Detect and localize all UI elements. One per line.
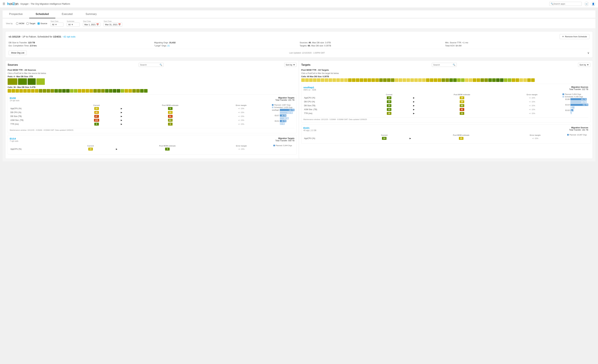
cell-block[interactable]: [27, 89, 31, 93]
cell-block[interactable]: [136, 89, 140, 93]
targets-cells-row[interactable]: [301, 78, 590, 82]
cell-block[interactable]: [484, 78, 488, 82]
cell-block[interactable]: [313, 78, 316, 82]
cell-block[interactable]: [82, 89, 85, 93]
cell-block[interactable]: [434, 78, 437, 82]
cell-block[interactable]: [371, 78, 375, 82]
cell-block[interactable]: [43, 89, 46, 93]
cell-block[interactable]: [403, 78, 406, 82]
cell-block[interactable]: [407, 78, 410, 82]
cell-block[interactable]: [97, 89, 101, 93]
cell-block[interactable]: [488, 78, 492, 82]
pod-block[interactable]: [18, 78, 27, 85]
cell-block[interactable]: [101, 89, 105, 93]
cell-block[interactable]: [90, 89, 93, 93]
pod-block[interactable]: [8, 78, 17, 85]
cell-block[interactable]: [140, 89, 144, 93]
cell-block[interactable]: [414, 78, 418, 82]
tab-scheduled[interactable]: Scheduled: [29, 10, 55, 18]
cell-block[interactable]: [309, 78, 313, 82]
cell-block[interactable]: [519, 78, 523, 82]
cell-block[interactable]: [523, 78, 527, 82]
opt-outs-link[interactable]: - 42 opt outs: [61, 35, 75, 38]
cell-block[interactable]: [344, 78, 348, 82]
cell-block[interactable]: [445, 78, 449, 82]
cell-block[interactable]: [105, 89, 108, 93]
cell-block[interactable]: [23, 89, 27, 93]
cell-block[interactable]: [383, 78, 387, 82]
cell-block[interactable]: [531, 78, 535, 82]
cell-block[interactable]: [47, 89, 50, 93]
cell-block[interactable]: [375, 78, 379, 82]
cell-block[interactable]: [144, 89, 148, 93]
cell-block[interactable]: [35, 89, 39, 93]
cell-block[interactable]: [461, 78, 465, 82]
cell-block[interactable]: [31, 89, 34, 93]
cell-block[interactable]: [305, 78, 309, 82]
cell-block[interactable]: [367, 78, 371, 82]
cell-block[interactable]: [496, 78, 500, 82]
radio-source[interactable]: Source: [37, 22, 47, 25]
start-date-input-2[interactable]: Mar 1, 2021 📅: [83, 23, 100, 27]
cell-block[interactable]: [301, 78, 305, 82]
cell-block[interactable]: [85, 89, 89, 93]
cell-block[interactable]: [500, 78, 504, 82]
pod-block[interactable]: [36, 78, 45, 85]
cell-block[interactable]: [504, 78, 507, 82]
search-input[interactable]: [553, 3, 580, 5]
cell-block[interactable]: [128, 89, 132, 93]
cell-block[interactable]: [58, 89, 62, 93]
cell-block[interactable]: [512, 78, 515, 82]
cell-block[interactable]: [336, 78, 340, 82]
cell-block[interactable]: [379, 78, 383, 82]
cell-block[interactable]: [19, 89, 23, 93]
user-icon[interactable]: 👤: [591, 2, 595, 6]
remove-from-schedule-button[interactable]: ✕ Remove from Schedule: [560, 34, 590, 39]
cell-block[interactable]: [321, 78, 324, 82]
cell-block[interactable]: [426, 78, 430, 82]
cell-block[interactable]: [399, 78, 402, 82]
cell-block[interactable]: [469, 78, 472, 82]
target-name-southap1[interactable]: southap1: [303, 86, 314, 89]
sources-search-box[interactable]: 🔍: [139, 63, 164, 67]
cell-block[interactable]: [465, 78, 468, 82]
tab-prospective[interactable]: Prospective: [3, 10, 29, 18]
cell-block[interactable]: [449, 78, 453, 82]
chevron-down-icon[interactable]: ∨: [587, 51, 590, 55]
radio-mom[interactable]: MOM: [16, 22, 24, 25]
cell-block[interactable]: [410, 78, 414, 82]
sources-search-input[interactable]: [140, 64, 159, 66]
cell-block[interactable]: [508, 78, 511, 82]
hamburger-icon[interactable]: ☰: [3, 2, 5, 6]
cell-block[interactable]: [11, 89, 15, 93]
targets-sort-select[interactable]: Sort by ▼: [578, 63, 590, 67]
pod-block[interactable]: [28, 78, 36, 85]
cell-block[interactable]: [477, 78, 480, 82]
cell-block[interactable]: [515, 78, 519, 82]
source-name-eu14[interactable]: EU14: [10, 137, 16, 140]
tab-executed[interactable]: Executed: [55, 10, 79, 18]
pods-row[interactable]: [8, 78, 297, 85]
search-box[interactable]: 🔍: [549, 2, 582, 6]
substrate-select[interactable]: All ▼: [67, 23, 80, 27]
cell-block[interactable]: [473, 78, 476, 82]
cell-block[interactable]: [527, 78, 531, 82]
cell-block[interactable]: [117, 89, 120, 93]
cell-block[interactable]: [356, 78, 359, 82]
radio-target[interactable]: Target: [26, 22, 35, 25]
start-date-select-1[interactable]: All ▼: [50, 23, 64, 27]
show-org-list-button[interactable]: Show Org List: [8, 51, 27, 55]
cell-block[interactable]: [348, 78, 352, 82]
cell-block[interactable]: [54, 89, 58, 93]
cell-block[interactable]: [132, 89, 136, 93]
targets-search-box[interactable]: 🔍: [432, 63, 457, 67]
cell-block[interactable]: [66, 89, 70, 93]
start-date-input-3[interactable]: Mar 31, 2021 📅: [104, 23, 122, 27]
sources-sort-select[interactable]: Sort by ▼: [284, 63, 297, 67]
cell-block[interactable]: [422, 78, 426, 82]
cell-block[interactable]: [340, 78, 344, 82]
cell-block[interactable]: [481, 78, 484, 82]
cell-block[interactable]: [391, 78, 394, 82]
cell-block[interactable]: [16, 89, 19, 93]
cell-block[interactable]: [360, 78, 363, 82]
